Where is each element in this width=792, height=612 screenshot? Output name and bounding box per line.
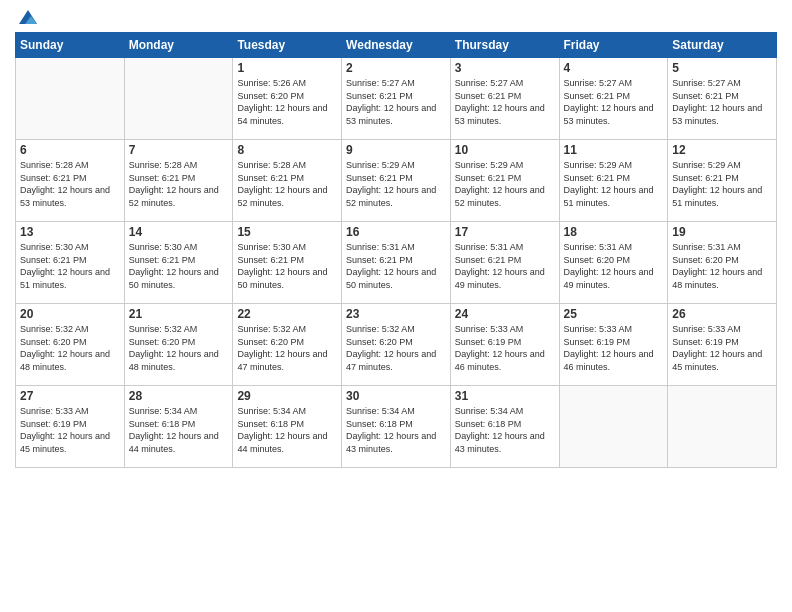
day-number: 14 (129, 225, 229, 239)
day-info-line: Daylight: 12 hours and 52 minutes. (455, 185, 545, 208)
calendar-cell: 8Sunrise: 5:28 AMSunset: 6:21 PMDaylight… (233, 140, 342, 222)
day-number: 28 (129, 389, 229, 403)
calendar-week-row: 27Sunrise: 5:33 AMSunset: 6:19 PMDayligh… (16, 386, 777, 468)
day-info-line: Sunrise: 5:31 AM (672, 242, 741, 252)
calendar-cell: 7Sunrise: 5:28 AMSunset: 6:21 PMDaylight… (124, 140, 233, 222)
day-number: 17 (455, 225, 555, 239)
calendar-cell: 16Sunrise: 5:31 AMSunset: 6:21 PMDayligh… (342, 222, 451, 304)
day-info-line: Sunrise: 5:30 AM (237, 242, 306, 252)
day-info-line: Sunrise: 5:32 AM (20, 324, 89, 334)
day-number: 8 (237, 143, 337, 157)
day-info-line: Daylight: 12 hours and 51 minutes. (20, 267, 110, 290)
calendar-header-monday: Monday (124, 33, 233, 58)
day-info-line: Sunset: 6:18 PM (129, 419, 196, 429)
day-info-line: Sunrise: 5:33 AM (564, 324, 633, 334)
day-info-line: Sunrise: 5:27 AM (564, 78, 633, 88)
day-info-line: Daylight: 12 hours and 52 minutes. (129, 185, 219, 208)
calendar-cell: 25Sunrise: 5:33 AMSunset: 6:19 PMDayligh… (559, 304, 668, 386)
day-info-line: Sunset: 6:20 PM (20, 337, 87, 347)
day-info: Sunrise: 5:34 AMSunset: 6:18 PMDaylight:… (346, 405, 446, 455)
calendar-cell: 24Sunrise: 5:33 AMSunset: 6:19 PMDayligh… (450, 304, 559, 386)
day-info-line: Daylight: 12 hours and 50 minutes. (346, 267, 436, 290)
calendar-week-row: 6Sunrise: 5:28 AMSunset: 6:21 PMDaylight… (16, 140, 777, 222)
page: SundayMondayTuesdayWednesdayThursdayFrid… (0, 0, 792, 612)
calendar-cell: 22Sunrise: 5:32 AMSunset: 6:20 PMDayligh… (233, 304, 342, 386)
day-info-line: Daylight: 12 hours and 43 minutes. (455, 431, 545, 454)
day-info-line: Sunrise: 5:31 AM (346, 242, 415, 252)
day-number: 23 (346, 307, 446, 321)
day-info-line: Sunset: 6:20 PM (237, 91, 304, 101)
day-info-line: Sunset: 6:19 PM (672, 337, 739, 347)
day-info-line: Sunrise: 5:30 AM (20, 242, 89, 252)
day-info-line: Daylight: 12 hours and 53 minutes. (20, 185, 110, 208)
day-info-line: Daylight: 12 hours and 44 minutes. (237, 431, 327, 454)
day-number: 25 (564, 307, 664, 321)
day-info-line: Daylight: 12 hours and 47 minutes. (237, 349, 327, 372)
day-info-line: Sunset: 6:18 PM (346, 419, 413, 429)
day-info: Sunrise: 5:34 AMSunset: 6:18 PMDaylight:… (237, 405, 337, 455)
calendar-header-wednesday: Wednesday (342, 33, 451, 58)
day-number: 7 (129, 143, 229, 157)
day-info-line: Daylight: 12 hours and 53 minutes. (455, 103, 545, 126)
day-info: Sunrise: 5:32 AMSunset: 6:20 PMDaylight:… (129, 323, 229, 373)
day-info-line: Daylight: 12 hours and 52 minutes. (346, 185, 436, 208)
day-number: 21 (129, 307, 229, 321)
day-number: 29 (237, 389, 337, 403)
day-info-line: Sunset: 6:21 PM (237, 255, 304, 265)
day-info-line: Sunset: 6:21 PM (20, 255, 87, 265)
day-info-line: Sunrise: 5:27 AM (672, 78, 741, 88)
day-info: Sunrise: 5:31 AMSunset: 6:20 PMDaylight:… (672, 241, 772, 291)
day-info: Sunrise: 5:30 AMSunset: 6:21 PMDaylight:… (237, 241, 337, 291)
day-number: 11 (564, 143, 664, 157)
calendar-cell: 15Sunrise: 5:30 AMSunset: 6:21 PMDayligh… (233, 222, 342, 304)
calendar-cell: 26Sunrise: 5:33 AMSunset: 6:19 PMDayligh… (668, 304, 777, 386)
day-info-line: Daylight: 12 hours and 46 minutes. (564, 349, 654, 372)
day-number: 6 (20, 143, 120, 157)
day-number: 5 (672, 61, 772, 75)
day-info: Sunrise: 5:27 AMSunset: 6:21 PMDaylight:… (346, 77, 446, 127)
day-info: Sunrise: 5:29 AMSunset: 6:21 PMDaylight:… (346, 159, 446, 209)
day-info: Sunrise: 5:29 AMSunset: 6:21 PMDaylight:… (564, 159, 664, 209)
day-number: 20 (20, 307, 120, 321)
day-number: 18 (564, 225, 664, 239)
day-info-line: Sunrise: 5:29 AM (564, 160, 633, 170)
calendar-header-friday: Friday (559, 33, 668, 58)
day-info-line: Sunrise: 5:29 AM (672, 160, 741, 170)
day-info-line: Sunrise: 5:34 AM (129, 406, 198, 416)
day-info-line: Daylight: 12 hours and 45 minutes. (20, 431, 110, 454)
calendar-header-sunday: Sunday (16, 33, 125, 58)
day-info-line: Sunset: 6:19 PM (20, 419, 87, 429)
day-info: Sunrise: 5:33 AMSunset: 6:19 PMDaylight:… (672, 323, 772, 373)
day-info-line: Sunset: 6:21 PM (129, 173, 196, 183)
day-info-line: Sunset: 6:21 PM (672, 173, 739, 183)
calendar-header-saturday: Saturday (668, 33, 777, 58)
day-info-line: Daylight: 12 hours and 50 minutes. (129, 267, 219, 290)
day-info-line: Daylight: 12 hours and 48 minutes. (20, 349, 110, 372)
day-info-line: Sunset: 6:19 PM (455, 337, 522, 347)
day-number: 12 (672, 143, 772, 157)
day-info: Sunrise: 5:31 AMSunset: 6:21 PMDaylight:… (455, 241, 555, 291)
day-number: 9 (346, 143, 446, 157)
day-info-line: Sunrise: 5:28 AM (129, 160, 198, 170)
day-info-line: Sunset: 6:21 PM (564, 173, 631, 183)
day-number: 4 (564, 61, 664, 75)
day-info-line: Sunset: 6:18 PM (455, 419, 522, 429)
calendar-cell: 9Sunrise: 5:29 AMSunset: 6:21 PMDaylight… (342, 140, 451, 222)
day-info-line: Sunset: 6:21 PM (455, 255, 522, 265)
day-info-line: Sunset: 6:21 PM (672, 91, 739, 101)
calendar-cell: 18Sunrise: 5:31 AMSunset: 6:20 PMDayligh… (559, 222, 668, 304)
calendar-cell: 14Sunrise: 5:30 AMSunset: 6:21 PMDayligh… (124, 222, 233, 304)
day-info-line: Daylight: 12 hours and 49 minutes. (564, 267, 654, 290)
day-number: 1 (237, 61, 337, 75)
day-info-line: Sunset: 6:21 PM (346, 173, 413, 183)
day-info-line: Sunrise: 5:26 AM (237, 78, 306, 88)
day-info: Sunrise: 5:32 AMSunset: 6:20 PMDaylight:… (346, 323, 446, 373)
calendar-header-row: SundayMondayTuesdayWednesdayThursdayFrid… (16, 33, 777, 58)
day-info-line: Sunrise: 5:32 AM (129, 324, 198, 334)
day-info: Sunrise: 5:26 AMSunset: 6:20 PMDaylight:… (237, 77, 337, 127)
day-info-line: Sunrise: 5:32 AM (237, 324, 306, 334)
day-info-line: Sunrise: 5:34 AM (346, 406, 415, 416)
logo-icon (17, 6, 39, 28)
day-info: Sunrise: 5:30 AMSunset: 6:21 PMDaylight:… (20, 241, 120, 291)
day-info-line: Daylight: 12 hours and 48 minutes. (672, 267, 762, 290)
